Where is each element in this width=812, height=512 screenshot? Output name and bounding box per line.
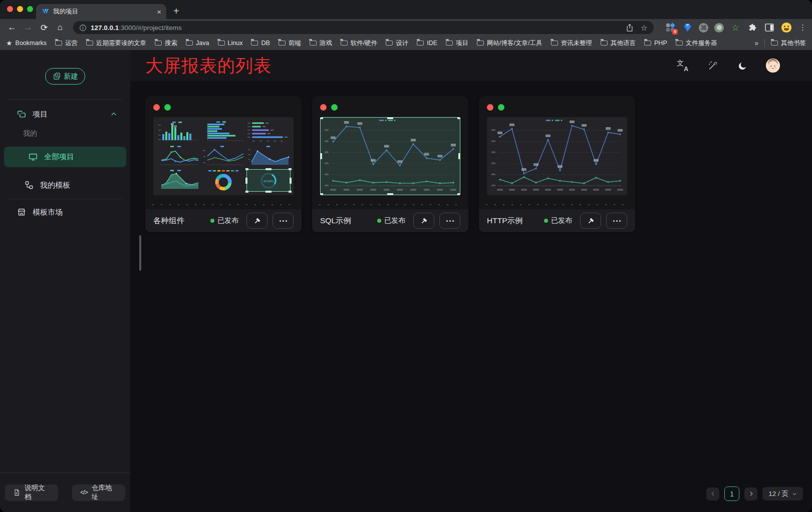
docs-button[interactable]: 说明文档	[5, 484, 58, 501]
edit-project-button[interactable]	[413, 213, 434, 229]
other-bookmarks[interactable]: 其他书签	[771, 39, 806, 48]
folder-icon	[251, 41, 258, 46]
bookmark-folder[interactable]: Linux	[218, 40, 243, 47]
bookmark-folder[interactable]: 近期需要读的文章	[86, 39, 146, 48]
current-page-button[interactable]: 1	[724, 486, 739, 501]
bookmark-folder[interactable]: 前端	[279, 39, 301, 48]
folder-icon	[55, 41, 62, 46]
bookmarks-overflow-icon[interactable]: »	[754, 39, 758, 47]
tab-close-icon[interactable]: ×	[157, 8, 161, 16]
mini-progress-gauge[interactable]: 25.00%	[246, 169, 291, 192]
new-project-button[interactable]: 新建	[45, 68, 85, 85]
project-thumbnail: 25.00%	[153, 117, 294, 195]
project-card[interactable]: HTTP示例 已发布	[479, 96, 635, 232]
bookmark-folder[interactable]: 运营	[55, 39, 78, 48]
project-name: HTTP示例	[487, 216, 539, 226]
bookmark-folder[interactable]: 软件/硬件	[341, 39, 377, 48]
card-window-dots	[153, 104, 294, 111]
minimize-window-button[interactable]	[17, 6, 23, 12]
bookmark-folder[interactable]: PHP	[644, 40, 667, 47]
bookmark-folder[interactable]: 网站/博客/文章/工具	[477, 39, 542, 48]
browser-menu-icon[interactable]: ⋮	[799, 23, 807, 32]
folder-icon	[551, 41, 558, 46]
browser-tab[interactable]: 我的项目 ×	[36, 4, 166, 19]
more-actions-button[interactable]	[606, 213, 627, 229]
repo-button[interactable]: </> 仓库地址	[72, 484, 125, 501]
folder-icon	[676, 41, 683, 46]
mini-bar-chart	[156, 121, 200, 143]
status-dot-icon	[377, 219, 381, 223]
dashed-separator	[486, 204, 628, 205]
project-card[interactable]: 25.00% 各种组件 已发布	[145, 96, 302, 232]
gem-extension-icon[interactable]	[682, 22, 693, 33]
chevron-up-icon[interactable]	[110, 111, 117, 118]
bookmark-folder[interactable]: IDE	[417, 40, 437, 47]
side-panel-icon[interactable]	[764, 22, 775, 33]
project-name: 各种组件	[153, 216, 205, 226]
url-text: 127.0.0.1:3000/#/project/items	[91, 24, 182, 32]
status-dot-icon	[544, 219, 548, 223]
back-icon[interactable]: ←	[5, 21, 19, 35]
sidebar-item-all-projects[interactable]: 全部项目	[4, 147, 126, 167]
share-icon[interactable]	[626, 23, 634, 32]
project-thumbnail	[320, 117, 460, 195]
scrollbar-thumb[interactable]	[139, 235, 141, 271]
edit-project-button[interactable]	[580, 213, 601, 229]
recorder-extension-icon[interactable]	[714, 23, 724, 33]
home-icon[interactable]: ⌂	[53, 21, 67, 35]
forward-icon[interactable]: →	[21, 21, 35, 35]
line-chart	[487, 117, 627, 195]
reload-icon[interactable]: ⟳	[37, 21, 51, 35]
user-avatar[interactable]	[766, 59, 780, 73]
sidebar-item-template-market[interactable]: 模板市场	[0, 203, 130, 221]
prev-page-button[interactable]	[706, 487, 719, 500]
dark-mode-moon-icon[interactable]	[736, 59, 749, 72]
bookmark-folder[interactable]: 游戏	[310, 39, 332, 48]
project-card[interactable]: SQL示例 已发布	[312, 96, 468, 232]
language-toggle-icon[interactable]: 文A	[676, 59, 689, 72]
bookmarks-root[interactable]: ★ Bookmarks	[6, 39, 47, 47]
bookmark-folder[interactable]: 文件服务器	[676, 39, 717, 48]
traffic-lights	[7, 6, 33, 12]
bookmark-folder[interactable]: 资讯未整理	[551, 39, 593, 48]
bookmark-star-icon[interactable]: ☆	[641, 23, 648, 33]
bookmark-folder[interactable]: DB	[251, 40, 269, 47]
bookmark-folder-list: 运营近期需要读的文章搜索JavaLinuxDB前端游戏软件/硬件设计IDE项目网…	[55, 39, 717, 48]
close-window-button[interactable]	[7, 6, 13, 12]
tab-strip: 我的项目 × +	[0, 0, 812, 19]
bookmark-folder[interactable]: 搜索	[155, 39, 177, 48]
bookmark-folder[interactable]: 项目	[446, 39, 468, 48]
more-actions-button[interactable]	[439, 213, 460, 229]
magic-wand-icon[interactable]	[706, 59, 719, 72]
copy-plus-icon	[53, 72, 61, 81]
red-dot-icon	[153, 104, 160, 111]
page-header: 大屏报表的列表 文A	[130, 50, 812, 81]
selection-box	[246, 169, 291, 192]
new-tab-button[interactable]: +	[173, 6, 179, 17]
next-page-button[interactable]	[744, 487, 757, 500]
sidebar-group-projects[interactable]: 项目	[0, 106, 130, 122]
extensions-puzzle-icon[interactable]	[747, 22, 758, 33]
sidebar-item-my-templates[interactable]: 我的模板	[0, 175, 130, 195]
address-bar[interactable]: 127.0.0.1:3000/#/project/items ☆	[73, 21, 654, 34]
more-actions-button[interactable]	[273, 213, 294, 229]
bookmark-folder[interactable]: 设计	[386, 39, 408, 48]
folder-icon	[771, 41, 778, 46]
folder-icon	[310, 41, 317, 46]
storefront-icon	[17, 207, 27, 217]
site-info-icon[interactable]	[79, 24, 87, 32]
sidebar-divider	[8, 199, 122, 199]
green-star-extension-icon[interactable]: ☆	[730, 22, 741, 33]
tab-manager-extension-icon[interactable]: 9	[665, 22, 676, 33]
bookmark-folder[interactable]: Java	[186, 40, 209, 47]
status-badge: 已发布	[210, 216, 238, 225]
folder-icon	[155, 41, 162, 46]
page-size-select[interactable]: 12 / 页	[762, 487, 803, 500]
card-window-dots	[487, 104, 627, 111]
zoom-window-button[interactable]	[27, 6, 33, 12]
profile-avatar[interactable]	[781, 22, 792, 33]
edit-project-button[interactable]	[246, 213, 267, 229]
bookmark-folder[interactable]: 其他语言	[601, 39, 636, 48]
project-list: 25.00% 各种组件 已发布	[130, 81, 812, 512]
command-extension-icon[interactable]: ⌘	[699, 23, 708, 33]
